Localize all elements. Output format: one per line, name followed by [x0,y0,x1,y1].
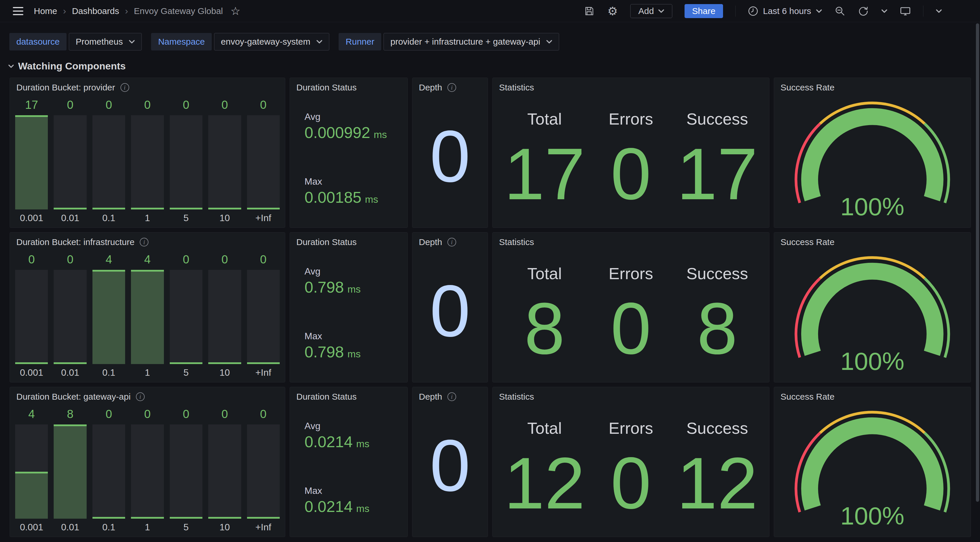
bar-bucket-label: 0.01 [54,519,86,532]
bar-track [208,115,241,209]
panel-statistics: StatisticsTotal17Errors0Success17 [492,78,769,228]
settings-gear-icon[interactable]: ⚙ [607,6,618,17]
stat-column-header: Total [527,419,562,438]
variable-label-namespace: Namespace [151,33,212,51]
panel-title: Depth [419,83,442,92]
panel-duration-bucket: Duration Bucket: gateway-apii40.00180.01… [10,387,285,537]
variable-runner: Runner provider + infrastructure + gatew… [339,33,559,51]
bucket-bar: 80.01 [54,406,86,532]
bar-bucket-label: 5 [170,209,202,223]
bar-bucket-label: +Inf [247,519,280,532]
panel-title: Duration Status [296,83,357,92]
refresh-icon[interactable] [858,6,869,17]
bar-fill [92,517,125,519]
breadcrumb-separator: › [63,6,66,16]
info-icon[interactable]: i [447,238,456,247]
panel-title: Success Rate [781,392,834,402]
breadcrumb: Home › Dashboards › Envoy Gateway Global… [34,6,240,17]
stat-unit: ms [365,194,378,205]
stat-unit: ms [347,348,361,360]
panel-duration-status: Duration StatusAvg0.000992msMax0.00185ms [290,78,408,228]
tv-mode-icon[interactable] [900,6,911,17]
stat-success: Success12 [674,403,760,537]
bar-value: 0 [170,251,202,268]
info-icon[interactable]: i [136,392,145,401]
bucket-bar: 40.001 [15,406,48,532]
stat-value: 0.00185 [304,188,361,206]
variable-select-runner[interactable]: provider + infrastructure + gateway-api [383,33,559,51]
variable-select-namespace[interactable]: envoy-gateway-system [214,33,329,51]
breadcrumb-dashboards[interactable]: Dashboards [72,6,119,16]
stat-column-value: 0 [611,283,651,382]
bar-value: 0 [247,406,280,422]
bar-fill [15,362,48,364]
gauge-value: 100% [840,193,904,220]
bucket-bar: 010 [208,406,241,532]
stat-label: Avg [304,266,404,277]
stat-success: Success8 [674,249,760,382]
depth-value: 0 [430,275,470,348]
gauge-arc: 100% [780,404,964,532]
stat-column-value: 8 [524,283,565,382]
bar-value: 0 [170,406,202,422]
bar-track [54,270,86,364]
stat-max: Max0.798ms [304,314,404,378]
panel-depth: Depthi0 [412,387,488,537]
dashboard-grid: Duration Bucket: provideri170.00100.0100… [10,78,971,537]
collapse-nav-chevron-icon[interactable] [935,9,942,13]
share-button-label: Share [692,6,716,16]
vertical-scrollbar[interactable] [976,23,979,502]
bar-track [208,270,241,364]
variable-datasource: datasource Prometheus [10,33,142,51]
panel-depth: Depthi0 [412,232,488,383]
stat-unit: ms [374,129,387,140]
bar-track [54,424,86,519]
bar-track [131,115,164,209]
bar-track [170,424,202,519]
variable-value: provider + infrastructure + gateway-api [390,37,540,47]
bucket-bar: 170.001 [15,97,48,223]
bar-value: 8 [54,406,86,422]
panel-title: Statistics [499,392,534,402]
stat-label: Max [304,485,404,496]
add-button[interactable]: Add [630,4,672,18]
time-range-picker[interactable]: Last 6 hours [748,6,822,16]
variable-select-datasource[interactable]: Prometheus [69,33,142,51]
bucket-bar: 00.1 [92,406,125,532]
favorite-star-icon[interactable]: ☆ [231,6,240,17]
breadcrumb-home[interactable]: Home [34,6,57,16]
stat-total: Total8 [501,249,588,382]
stat-column-header: Total [527,109,562,128]
refresh-interval-chevron-icon[interactable] [881,9,888,13]
bar-track [247,115,280,209]
gauge: 100% [774,94,970,228]
bar-bucket-label: +Inf [247,209,280,223]
zoom-out-icon[interactable] [834,6,846,17]
gauge-value: 100% [840,347,904,375]
stat-unit: ms [356,503,369,514]
bucket-bar: 05 [170,406,202,532]
bar-value: 0 [54,251,86,268]
bar-value: 4 [131,251,164,268]
panel-duration-bucket: Duration Bucket: provideri170.00100.0100… [10,78,285,228]
stat-value: 0.000992 [304,123,370,142]
stat-label: Avg [304,112,404,122]
row-toggle-watching-components[interactable]: Watching Components [8,61,980,72]
stat-max: Max0.00185ms [304,159,404,224]
gauge-arc: 100% [780,95,964,223]
stat-avg: Avg0.798ms [304,249,404,314]
info-icon[interactable]: i [140,238,148,247]
panel-statistics: StatisticsTotal8Errors0Success8 [492,232,769,383]
bar-value: 0 [92,406,125,422]
info-icon[interactable]: i [447,392,456,401]
info-icon[interactable]: i [447,83,456,92]
save-icon[interactable] [584,6,595,17]
bar-track [54,115,86,209]
info-icon[interactable]: i [121,83,129,92]
share-button[interactable]: Share [684,4,723,18]
bar-bucket-label: 1 [131,364,164,378]
menu-icon[interactable] [13,7,23,15]
stat-label: Max [304,331,404,341]
bar-fill [54,208,86,209]
stat-label: Max [304,176,404,187]
